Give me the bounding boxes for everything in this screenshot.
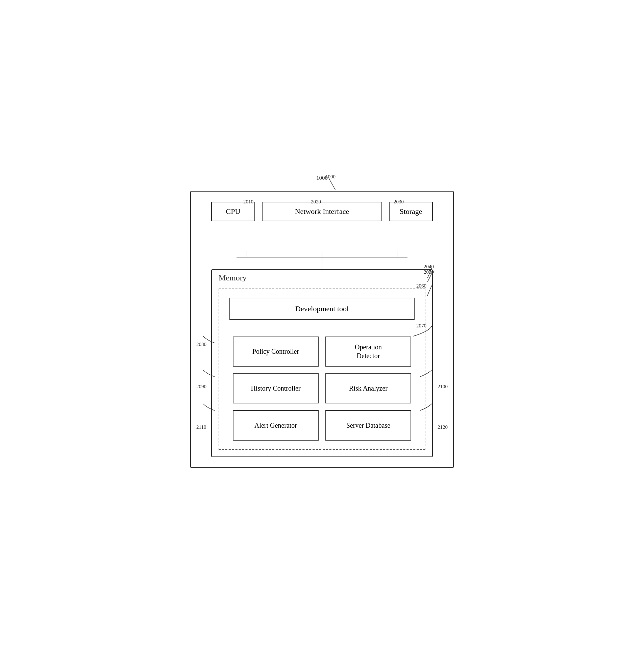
policy-controller-box: Policy Controller <box>233 337 319 367</box>
ref-2050: 2050 <box>424 269 434 275</box>
network-interface-wrapper: Network Interface <box>262 202 382 221</box>
network-interface-box: Network Interface <box>262 202 382 221</box>
ref-2090: 2090 <box>196 384 206 390</box>
alert-generator-box: Alert Generator <box>233 410 319 440</box>
dashed-container: 2060 Development tool 2070 Policy Contro… <box>219 289 425 450</box>
risk-analyzer-box: Risk Analyzer <box>325 373 411 403</box>
ref-2010: 2010 <box>243 199 253 205</box>
ref-2110: 2110 <box>196 424 206 430</box>
bus-area <box>211 251 433 271</box>
ref-2030: 2030 <box>394 199 404 205</box>
memory-box: Memory 2040 2050 2060 Development tool 2… <box>211 269 433 457</box>
ref-2120: 2120 <box>438 424 448 430</box>
ref-2020: 2020 <box>311 199 321 205</box>
server-database-box: Server Database <box>325 410 411 440</box>
label-1000-top: 1000 <box>316 175 328 181</box>
history-controller-box: History Controller <box>233 373 319 403</box>
ref-2070: 2070 <box>416 323 426 329</box>
development-tool-box: Development tool <box>229 298 415 320</box>
outer-container: CPU Network Interface Storage 2010 2020 … <box>190 191 454 468</box>
ref-2040: 2040 <box>424 264 434 270</box>
ref-2100: 2100 <box>438 384 448 390</box>
architecture-diagram: 1000 CPU Network Interface Storage 2010 … <box>177 171 467 475</box>
operation-detector-box: OperationDetector <box>325 337 411 367</box>
memory-label: Memory <box>219 273 247 282</box>
ref-2080: 2080 <box>196 342 206 347</box>
ref-2060: 2060 <box>416 283 426 289</box>
components-grid: Policy Controller OperationDetector Hist… <box>226 333 418 444</box>
